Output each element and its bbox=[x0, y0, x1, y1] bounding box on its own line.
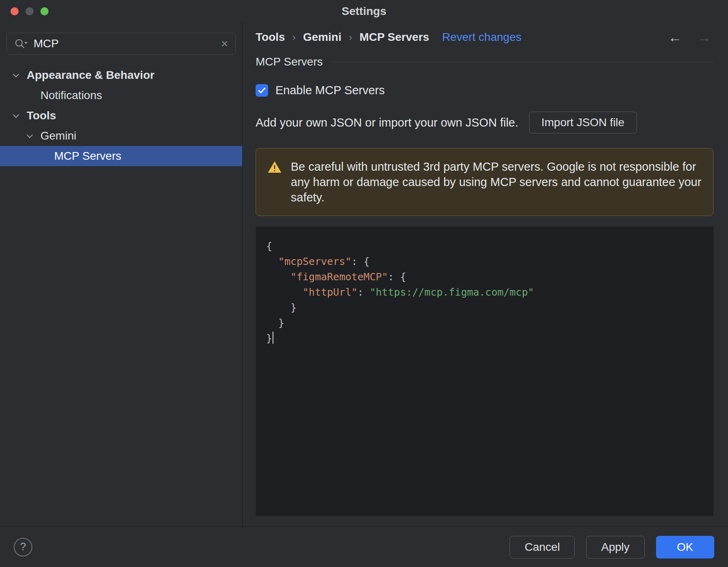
sidebar-item-mcp-servers[interactable]: MCP Servers bbox=[0, 146, 242, 166]
import-row: Add your own JSON or import your own JSO… bbox=[256, 112, 713, 133]
enable-mcp-servers-checkbox[interactable] bbox=[256, 84, 268, 97]
cancel-button[interactable]: Cancel bbox=[510, 536, 575, 559]
json-key: "figmaRemoteMCP" bbox=[290, 271, 388, 283]
sidebar-item-gemini[interactable]: Gemini bbox=[0, 126, 242, 146]
breadcrumb-item-gemini[interactable]: Gemini bbox=[303, 31, 341, 44]
enable-mcp-servers-label: Enable MCP Servers bbox=[275, 84, 385, 97]
mcp-json-editor[interactable]: { "mcpServers": { "figmaRemoteMCP": { "h… bbox=[256, 226, 713, 516]
sidebar-item-tools[interactable]: Tools bbox=[0, 106, 242, 126]
json-punctuation: } bbox=[266, 317, 284, 329]
json-punctuation: : { bbox=[388, 271, 406, 283]
settings-content: MCP × Appearance & BehaviorNotifications… bbox=[0, 22, 728, 527]
search-icon bbox=[14, 38, 28, 49]
code-line: "figmaRemoteMCP": { bbox=[266, 269, 703, 285]
text-cursor bbox=[273, 332, 273, 344]
close-window-button[interactable] bbox=[11, 7, 19, 15]
code-line: { bbox=[266, 239, 703, 254]
json-key: "mcpServers" bbox=[278, 256, 351, 267]
sidebar-item-label: Tools bbox=[27, 109, 56, 122]
json-key: "httpUrl" bbox=[303, 286, 357, 298]
code-line: "httpUrl": "https://mcp.figma.com/mcp" bbox=[266, 285, 703, 300]
back-arrow-icon[interactable]: ← bbox=[668, 30, 682, 45]
history-nav: ← → bbox=[668, 30, 713, 45]
breadcrumb: Tools›Gemini›MCP Servers bbox=[256, 31, 429, 44]
help-button[interactable]: ? bbox=[14, 538, 32, 556]
window-title: Settings bbox=[342, 5, 386, 18]
json-punctuation: } bbox=[266, 332, 272, 344]
section-divider bbox=[331, 62, 713, 62]
sidebar-item-label: Gemini bbox=[40, 129, 76, 142]
json-punctuation: } bbox=[266, 302, 296, 313]
code-line: "mcpServers": { bbox=[266, 254, 703, 269]
warning-text: Be careful with untrusted 3rd party MCP … bbox=[291, 159, 702, 205]
ok-button[interactable]: OK bbox=[656, 536, 714, 559]
code-line: } bbox=[266, 315, 703, 331]
breadcrumb-item-tools[interactable]: Tools bbox=[256, 31, 285, 44]
chevron-down-icon[interactable] bbox=[28, 134, 40, 138]
dialog-footer: ? Cancel Apply OK bbox=[0, 527, 728, 567]
breadcrumb-row: Tools›Gemini›MCP Servers Revert changes … bbox=[256, 22, 713, 52]
section-header: MCP Servers bbox=[256, 55, 713, 68]
breadcrumb-separator: › bbox=[292, 31, 296, 44]
code-line: } bbox=[266, 331, 703, 346]
revert-changes-link[interactable]: Revert changes bbox=[442, 31, 521, 44]
json-punctuation: : { bbox=[351, 256, 370, 267]
sidebar-item-label: Appearance & Behavior bbox=[27, 69, 154, 82]
import-instruction-text: Add your own JSON or import your own JSO… bbox=[256, 116, 518, 129]
search-value: MCP bbox=[34, 37, 215, 50]
json-punctuation: { bbox=[266, 240, 272, 252]
apply-button[interactable]: Apply bbox=[586, 536, 644, 559]
code-line: } bbox=[266, 300, 703, 315]
settings-tree: Appearance & BehaviorNotificationsToolsG… bbox=[0, 65, 242, 166]
footer-buttons: Cancel Apply OK bbox=[510, 536, 714, 559]
title-bar: Settings bbox=[0, 0, 728, 22]
json-punctuation bbox=[266, 271, 290, 283]
breadcrumb-item-mcp-servers[interactable]: MCP Servers bbox=[360, 31, 429, 44]
warning-icon bbox=[267, 161, 282, 175]
chevron-down-icon[interactable] bbox=[14, 114, 27, 118]
json-punctuation: : bbox=[358, 286, 370, 298]
mcp-servers-panel: Tools›Gemini›MCP Servers Revert changes … bbox=[243, 22, 728, 527]
import-json-file-button[interactable]: Import JSON file bbox=[529, 112, 637, 133]
search-input[interactable]: MCP × bbox=[6, 33, 236, 55]
breadcrumb-separator: › bbox=[349, 31, 352, 44]
settings-sidebar: MCP × Appearance & BehaviorNotifications… bbox=[0, 22, 243, 527]
json-string: "https://mcp.figma.com/mcp" bbox=[370, 286, 534, 298]
json-punctuation bbox=[266, 256, 278, 267]
warning-banner: Be careful with untrusted 3rd party MCP … bbox=[256, 148, 713, 216]
enable-mcp-servers-row: Enable MCP Servers bbox=[256, 84, 713, 97]
zoom-window-button[interactable] bbox=[40, 7, 49, 15]
chevron-down-icon[interactable] bbox=[14, 73, 27, 78]
help-label: ? bbox=[20, 541, 26, 553]
minimize-window-button[interactable] bbox=[25, 7, 34, 15]
json-punctuation bbox=[266, 286, 303, 298]
check-icon bbox=[258, 87, 266, 93]
sidebar-item-notifications[interactable]: Notifications bbox=[0, 85, 242, 106]
clear-search-icon[interactable]: × bbox=[221, 38, 228, 50]
sidebar-item-appearance-behavior[interactable]: Appearance & Behavior bbox=[0, 65, 242, 85]
section-title: MCP Servers bbox=[256, 55, 323, 68]
sidebar-item-label: MCP Servers bbox=[54, 150, 121, 163]
forward-arrow-icon: → bbox=[697, 30, 711, 45]
window-controls bbox=[11, 7, 49, 15]
sidebar-item-label: Notifications bbox=[40, 89, 102, 102]
